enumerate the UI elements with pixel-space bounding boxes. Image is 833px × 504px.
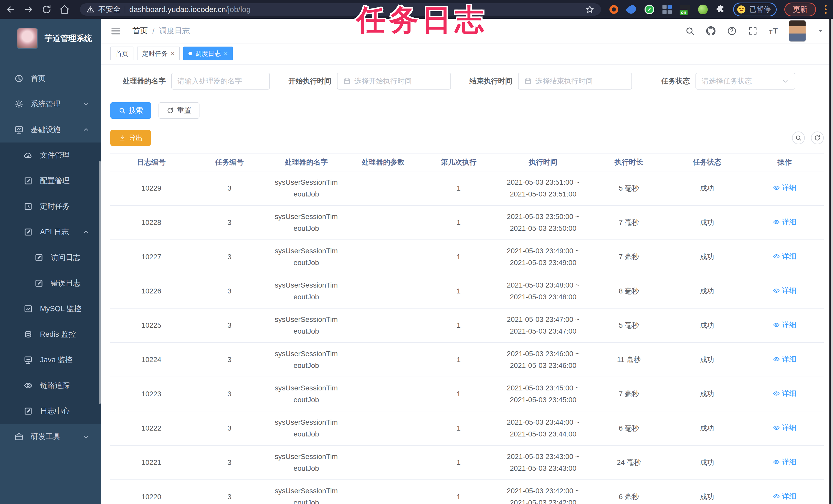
bookmark-star-icon[interactable]: [585, 5, 594, 14]
sidebar-item-MySQL-监控[interactable]: MySQL 监控: [0, 296, 101, 322]
search-button[interactable]: 搜索: [110, 102, 151, 119]
cell-status: 成功: [669, 274, 745, 308]
sidebar-item-错误日志[interactable]: 错误日志: [0, 271, 101, 296]
placeholder-text: 请选择任务状态: [701, 76, 752, 86]
edit-icon: [34, 253, 44, 262]
cell-action: 详细: [745, 240, 824, 274]
sidebar-item-配置管理[interactable]: 配置管理: [0, 168, 101, 194]
sidebar-item-文件管理[interactable]: 文件管理: [0, 143, 101, 168]
green-check-extension-icon[interactable]: ✓: [645, 5, 654, 14]
caret-down-icon[interactable]: [817, 28, 824, 34]
cell-log-id: 10224: [110, 343, 192, 377]
sidebar-item-定时任务[interactable]: 定时任务: [0, 194, 101, 219]
blue-drop-extension-icon[interactable]: [626, 4, 637, 15]
avatar[interactable]: [789, 20, 806, 42]
green-swirl-extension-icon[interactable]: [698, 4, 708, 15]
cell-status: 成功: [669, 446, 745, 480]
security-label[interactable]: 不安全: [98, 4, 121, 15]
detail-link[interactable]: 详细: [773, 422, 796, 434]
sidebar-scrollbar[interactable]: [99, 161, 101, 404]
sidebar-item-Redis-监控[interactable]: Redis 监控: [0, 322, 101, 347]
detail-link[interactable]: 详细: [773, 319, 796, 331]
table-body: 102293sysUserSessionTimeoutJob12021-05-0…: [110, 171, 824, 504]
refresh-table-button[interactable]: [811, 131, 824, 144]
reset-button[interactable]: 重置: [159, 102, 199, 119]
home-icon[interactable]: [60, 4, 70, 15]
edit-icon: [24, 406, 33, 416]
toggle-search-button[interactable]: [792, 131, 805, 144]
forward-icon[interactable]: [24, 4, 34, 15]
tab-close-icon[interactable]: ×: [171, 50, 175, 57]
sidebar-item-label: 研发工具: [31, 432, 61, 442]
sidebar-item-系统管理[interactable]: 系统管理: [0, 91, 101, 117]
browser-menu-icon[interactable]: [824, 4, 827, 15]
tags-bar: 首页定时任务×调度日志×: [101, 43, 833, 65]
sidebar-item-label: Redis 监控: [40, 329, 76, 339]
update-button[interactable]: 更新: [784, 3, 816, 16]
cell-param: [346, 274, 420, 308]
filter-date-开始执行时间[interactable]: 选择开始执行时间: [337, 73, 451, 90]
sidebar-item-API-日志[interactable]: API 日志: [0, 219, 101, 245]
font-size-icon[interactable]: TT: [769, 27, 778, 35]
paused-label: 已暂停: [749, 5, 771, 14]
sidebar-item-研发工具[interactable]: 研发工具: [0, 424, 101, 450]
tab-调度日志[interactable]: 调度日志×: [183, 47, 233, 60]
detail-link[interactable]: 详细: [773, 387, 796, 399]
tab-close-icon[interactable]: ×: [224, 50, 228, 57]
chevron-up-icon: [82, 228, 90, 236]
cell-count: 1: [420, 343, 497, 377]
table-row: 102293sysUserSessionTimeoutJob12021-05-0…: [110, 171, 824, 205]
sidebar-item-访问日志[interactable]: 访问日志: [0, 245, 101, 271]
hamburger-icon[interactable]: [110, 26, 121, 36]
gear-icon: [14, 100, 24, 109]
detail-link[interactable]: 详细: [773, 216, 796, 228]
detail-link[interactable]: 详细: [773, 490, 796, 502]
tab-首页[interactable]: 首页: [110, 47, 134, 60]
detail-link[interactable]: 详细: [773, 250, 796, 262]
export-button[interactable]: 导出: [110, 130, 151, 146]
paused-badge[interactable]: 已暂停: [733, 3, 777, 16]
detail-link[interactable]: 详细: [773, 456, 796, 468]
question-icon[interactable]: [727, 26, 737, 36]
cell-time: 2021-05-03 23:51:00 ~2021-05-03 23:51:00: [497, 171, 589, 205]
sidebar-item-Java-监控[interactable]: Java 监控: [0, 347, 101, 373]
search-icon[interactable]: [685, 26, 695, 36]
filter-select-任务状态[interactable]: 请选择任务状态: [695, 73, 795, 90]
reload-icon[interactable]: [42, 4, 52, 15]
address-bar[interactable]: 不安全 dashboard.yudao.iocoder.cn/job/log: [80, 3, 601, 16]
back-icon[interactable]: [6, 4, 16, 15]
filter-group-任务状态: 任务状态请选择任务状态: [661, 73, 795, 90]
grid-extension-icon[interactable]: [662, 4, 672, 15]
orange-ring-extension-icon[interactable]: [609, 4, 619, 15]
cell-param: [346, 205, 420, 240]
main: 首页 / 调度日志 TT 首页定时任务×调度日志× 处理器的名字请输入处理器的名…: [101, 19, 833, 504]
sidebar-item-基础设施[interactable]: 基础设施: [0, 117, 101, 143]
eye-icon: [773, 493, 780, 500]
cell-count: 1: [420, 446, 497, 480]
github-icon[interactable]: [706, 26, 716, 36]
puzzle-extension-icon[interactable]: [716, 5, 725, 14]
window-scrollbar-gutter[interactable]: [829, 19, 833, 504]
sidebar-item-链路追踪[interactable]: 链路追踪: [0, 373, 101, 398]
calendar-icon: [524, 77, 532, 85]
cell-task-id: 3: [192, 274, 267, 308]
column-header-任务编号: 任务编号: [192, 153, 267, 171]
breadcrumb-home[interactable]: 首页: [133, 26, 148, 36]
fullscreen-icon[interactable]: [748, 26, 758, 36]
on-badge-extension-icon[interactable]: on: [680, 4, 690, 15]
detail-link[interactable]: 详细: [773, 285, 796, 297]
filter-date-结束执行时间[interactable]: 选择结束执行时间: [518, 73, 632, 90]
eye-icon: [773, 321, 780, 328]
sidebar-item-首页[interactable]: 首页: [0, 66, 101, 91]
filter-text-处理器的名字[interactable]: 请输入处理器的名字: [171, 73, 270, 90]
tab-定时任务[interactable]: 定时任务×: [137, 47, 180, 60]
sidebar-item-日志中心[interactable]: 日志中心: [0, 398, 101, 424]
sidebar-item-label: 访问日志: [51, 253, 80, 263]
column-header-执行时间: 执行时间: [497, 153, 589, 171]
cell-duration: 24 毫秒: [589, 446, 669, 480]
sidebar-item-label: 系统管理: [31, 99, 61, 109]
cell-status: 成功: [669, 308, 745, 343]
eye-icon: [773, 287, 780, 294]
detail-link[interactable]: 详细: [773, 182, 796, 194]
detail-link[interactable]: 详细: [773, 353, 796, 365]
